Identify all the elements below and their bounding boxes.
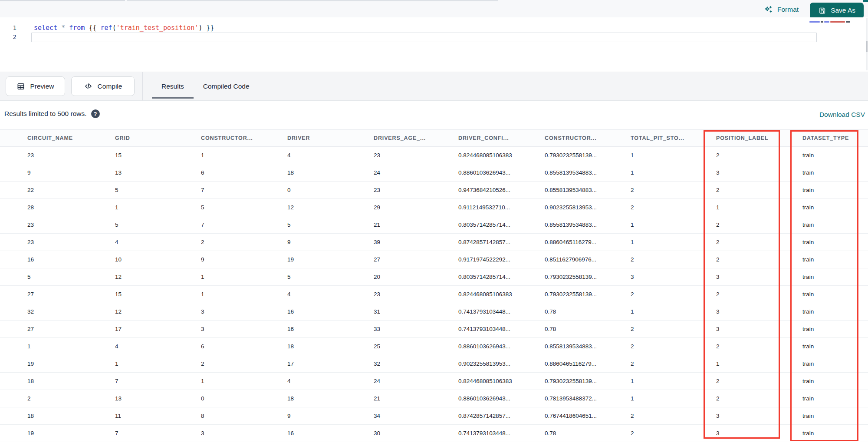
code-token xyxy=(65,24,69,32)
table-cell: 17 xyxy=(287,360,374,367)
table-row: 913618240.8860103626943...0.855813953488… xyxy=(0,164,868,182)
table-cell: 4 xyxy=(115,343,201,350)
table-cell: 18 xyxy=(287,343,374,350)
minimap-code-mark xyxy=(824,21,829,23)
table-cell: 15 xyxy=(115,291,201,298)
table-cell: 3 xyxy=(716,274,802,280)
table-cell: 1 xyxy=(631,395,716,402)
table-row: 197316300.7413793103448...0.7823train xyxy=(0,425,868,442)
tab-results[interactable]: Results xyxy=(152,72,194,100)
table-cell: 2 xyxy=(631,204,716,211)
table-cell: 2 xyxy=(716,378,802,384)
table-cell: 12 xyxy=(115,274,201,280)
editor-scrollbar[interactable] xyxy=(866,18,868,70)
table-cell: 0.7674418604651... xyxy=(545,413,631,419)
preview-button[interactable]: Preview xyxy=(6,76,65,96)
table-cell: 23 xyxy=(374,187,458,193)
table-cell: 2 xyxy=(201,239,287,245)
save-as-label: Save As xyxy=(831,7,855,14)
table-row: 18714240.8244680851063830.7930232558139.… xyxy=(0,373,868,390)
column-header: DRIVERS_AGE_... xyxy=(374,135,458,141)
table-cell: 20 xyxy=(374,274,458,280)
table-cell: 5 xyxy=(287,274,374,280)
editor-minimap[interactable] xyxy=(809,20,864,26)
sql-editor[interactable]: 1 2 select * from {{ ref('train_test_pos… xyxy=(0,17,868,72)
table-icon xyxy=(16,82,25,91)
scrollbar-thumb[interactable] xyxy=(866,41,868,52)
table-cell: 18 xyxy=(27,378,115,384)
table-cell: 0.9171974522292... xyxy=(458,256,545,263)
code-token: 'train_test_position' xyxy=(116,24,199,32)
table-cell: 3 xyxy=(716,308,802,315)
code-line: select * from {{ ref('train_test_positio… xyxy=(34,23,214,33)
table-cell: 1 xyxy=(631,239,716,245)
table-cell: 23 xyxy=(27,152,115,159)
browser-tab-strip xyxy=(127,0,498,1)
table-cell: train xyxy=(802,378,868,384)
table-cell: 21 xyxy=(374,222,458,228)
table-row: 213018210.8860103626943...0.781395348837… xyxy=(0,390,868,407)
code-token: ref xyxy=(101,24,112,32)
table-cell: 32 xyxy=(374,360,458,367)
table-cell: 0.7413793103448... xyxy=(458,326,545,332)
download-csv-link[interactable]: Download CSV xyxy=(819,111,865,119)
table-cell: 3 xyxy=(201,308,287,315)
tab-compiled-code-label: Compiled Code xyxy=(203,83,250,90)
compile-button[interactable]: Compile xyxy=(71,76,135,96)
table-cell: 9 xyxy=(287,413,374,419)
table-cell: 2 xyxy=(631,343,716,350)
table-cell: 0.7413793103448... xyxy=(458,308,545,315)
table-cell: 1 xyxy=(631,308,716,315)
results-info-bar: Results limited to 500 rows. ? xyxy=(4,109,100,118)
table-cell: 0.9023255813953... xyxy=(545,204,631,211)
table-cell: 3 xyxy=(201,326,287,332)
table-header-row: CIRCUIT_NAMEGRIDCONSTRUCTOR...DRIVERDRIV… xyxy=(0,129,868,147)
table-cell: 27 xyxy=(27,291,115,298)
table-cell: 0.9023255813953... xyxy=(458,360,545,367)
table-cell: 1 xyxy=(115,360,201,367)
table-cell: 2 xyxy=(716,152,802,159)
table-row: 181189340.8742857142857...0.767441860465… xyxy=(0,407,868,425)
table-cell: train xyxy=(802,187,868,193)
table-cell: 2 xyxy=(201,360,287,367)
table-cell: 2 xyxy=(716,395,802,402)
table-cell: 2 xyxy=(27,395,115,402)
save-icon xyxy=(818,7,826,15)
table-cell: 23 xyxy=(374,152,458,159)
table-cell: 0.824468085106383 xyxy=(458,291,545,298)
format-button[interactable]: Format xyxy=(761,5,801,15)
table-cell: 0.9112149532710... xyxy=(458,204,545,211)
table-cell: 18 xyxy=(287,395,374,402)
minimap-code-mark xyxy=(809,21,820,23)
results-table: CIRCUIT_NAMEGRIDCONSTRUCTOR...DRIVERDRIV… xyxy=(0,129,868,442)
help-icon[interactable]: ? xyxy=(91,109,100,118)
table-row: 231514230.8244680851063830.7930232558139… xyxy=(0,147,868,164)
table-cell: 2 xyxy=(631,360,716,367)
table-cell: 1 xyxy=(631,378,716,384)
column-header: GRID xyxy=(115,135,201,141)
table-cell: 2 xyxy=(716,291,802,298)
save-as-button[interactable]: Save As xyxy=(810,3,864,19)
table-cell: 4 xyxy=(287,152,374,159)
table-cell: 9 xyxy=(287,239,374,245)
table-cell: train xyxy=(802,395,868,402)
table-cell: 27 xyxy=(374,256,458,263)
top-bar: Format Save As xyxy=(0,0,868,17)
table-cell: train xyxy=(802,413,868,419)
code-token: ) }} xyxy=(198,24,214,32)
tab-compiled-code[interactable]: Compiled Code xyxy=(194,72,259,100)
table-cell: 2 xyxy=(631,291,716,298)
table-cell: 2 xyxy=(716,256,802,263)
table-cell: 19 xyxy=(27,430,115,436)
table-cell: 30 xyxy=(374,430,458,436)
table-row: 14618250.8860103626943...0.8558139534883… xyxy=(0,338,868,355)
table-cell: 1 xyxy=(716,204,802,211)
table-row: 281512290.9112149532710...0.902325581395… xyxy=(0,199,868,216)
table-cell: 2 xyxy=(631,326,716,332)
table-cell: 0.78 xyxy=(545,430,631,436)
current-line-highlight xyxy=(31,33,817,42)
table-cell: train xyxy=(802,222,868,228)
table-cell: 7 xyxy=(115,378,201,384)
table-cell: 31 xyxy=(374,308,458,315)
table-cell: 5 xyxy=(115,187,201,193)
